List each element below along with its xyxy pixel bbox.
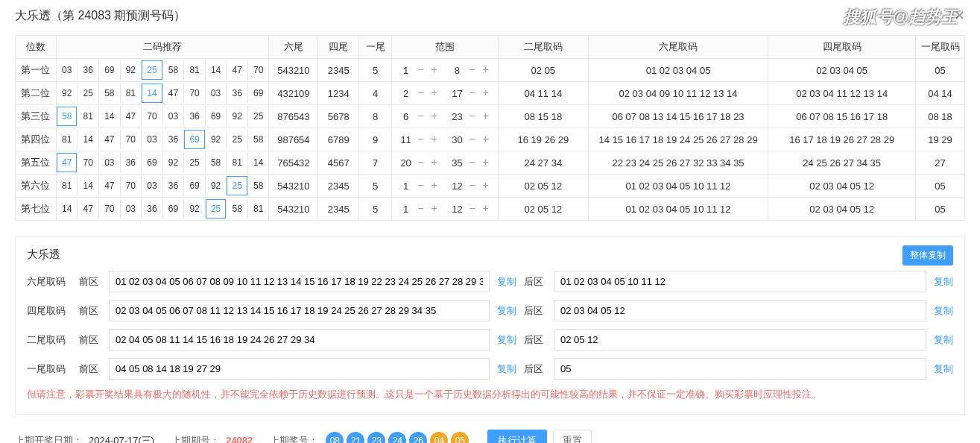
code-box[interactable]: 14: [78, 176, 99, 195]
minus-icon[interactable]: −: [465, 202, 478, 216]
code-box[interactable]: 92: [184, 199, 206, 219]
minus-icon[interactable]: −: [465, 133, 478, 146]
plus-icon[interactable]: +: [478, 110, 492, 123]
code-box[interactable]: 69: [142, 153, 163, 172]
back-input[interactable]: [554, 271, 926, 292]
code-box[interactable]: 58: [227, 199, 248, 219]
code-box[interactable]: 03: [57, 60, 78, 80]
code-box[interactable]: 03: [142, 130, 163, 149]
code-box[interactable]: 81: [248, 199, 269, 219]
code-box[interactable]: 36: [163, 176, 185, 195]
plus-icon[interactable]: +: [428, 63, 441, 77]
code-box[interactable]: 58: [206, 153, 227, 172]
front-input[interactable]: [109, 329, 490, 351]
code-box[interactable]: 36: [163, 130, 185, 149]
copy-button[interactable]: 复制: [497, 333, 516, 347]
front-input[interactable]: [109, 358, 490, 380]
code-box[interactable]: 69: [99, 60, 121, 80]
front-input[interactable]: [109, 271, 490, 292]
minus-icon[interactable]: −: [414, 179, 428, 192]
minus-icon[interactable]: −: [465, 63, 478, 77]
code-box[interactable]: 36: [121, 153, 142, 172]
code-box[interactable]: 25: [227, 130, 248, 149]
code-box[interactable]: 36: [184, 107, 206, 126]
reset-button[interactable]: 重置: [553, 430, 592, 443]
back-input[interactable]: [554, 329, 926, 351]
copy-button[interactable]: 复制: [497, 275, 516, 289]
code-box[interactable]: 14: [99, 107, 121, 126]
plus-icon[interactable]: +: [428, 179, 441, 192]
plus-icon[interactable]: +: [478, 63, 492, 77]
plus-icon[interactable]: +: [478, 202, 492, 216]
code-box[interactable]: 58: [248, 130, 269, 149]
minus-icon[interactable]: −: [465, 156, 478, 169]
code-box[interactable]: 47: [99, 176, 121, 195]
code-box[interactable]: 36: [142, 199, 163, 219]
code-box[interactable]: 14: [78, 130, 99, 149]
code-box[interactable]: 03: [206, 84, 227, 103]
plus-icon[interactable]: +: [478, 133, 492, 146]
code-box[interactable]: 70: [121, 130, 142, 149]
plus-icon[interactable]: +: [478, 87, 492, 100]
code-box[interactable]: 70: [78, 153, 99, 172]
code-box[interactable]: 81: [57, 130, 78, 149]
range-min-stepper[interactable]: 6−+: [398, 110, 441, 123]
code-box[interactable]: 81: [57, 176, 78, 195]
code-box[interactable]: 14: [142, 84, 163, 103]
range-max-stepper[interactable]: 12−+: [449, 202, 492, 216]
code-box[interactable]: 92: [57, 84, 78, 103]
plus-icon[interactable]: +: [478, 179, 492, 192]
plus-icon[interactable]: +: [428, 110, 441, 123]
copy-button[interactable]: 复制: [497, 362, 516, 376]
range-min-stepper[interactable]: 20−+: [398, 156, 441, 169]
minus-icon[interactable]: −: [414, 110, 428, 123]
minus-icon[interactable]: −: [465, 179, 478, 192]
range-max-stepper[interactable]: 30−+: [449, 133, 492, 146]
back-input[interactable]: [554, 358, 926, 380]
code-box[interactable]: 81: [184, 60, 206, 80]
code-box[interactable]: 69: [163, 199, 185, 219]
front-input[interactable]: [109, 300, 490, 321]
minus-icon[interactable]: −: [465, 110, 478, 123]
minus-icon[interactable]: −: [414, 202, 428, 216]
minus-icon[interactable]: −: [414, 133, 428, 146]
code-box[interactable]: 92: [206, 176, 227, 195]
plus-icon[interactable]: +: [428, 202, 441, 216]
code-box[interactable]: 92: [227, 107, 248, 126]
code-box[interactable]: 70: [99, 199, 121, 219]
code-box[interactable]: 70: [121, 176, 142, 195]
plus-icon[interactable]: +: [478, 156, 492, 169]
code-box[interactable]: 47: [163, 84, 185, 103]
plus-icon[interactable]: +: [428, 133, 441, 146]
code-box[interactable]: 69: [184, 176, 206, 195]
code-box[interactable]: 58: [99, 84, 121, 103]
range-max-stepper[interactable]: 23−+: [449, 110, 492, 123]
code-box[interactable]: 25: [78, 84, 99, 103]
code-box[interactable]: 03: [121, 199, 142, 219]
code-box[interactable]: 58: [163, 60, 185, 80]
code-box[interactable]: 14: [57, 199, 78, 219]
code-box[interactable]: 47: [57, 153, 78, 172]
code-box[interactable]: 47: [78, 199, 99, 219]
code-box[interactable]: 69: [184, 130, 206, 149]
minus-icon[interactable]: −: [414, 156, 428, 169]
code-box[interactable]: 03: [99, 153, 121, 172]
code-box[interactable]: 69: [248, 84, 269, 103]
range-max-stepper[interactable]: 17−+: [449, 87, 492, 100]
code-box[interactable]: 36: [227, 84, 248, 103]
range-min-stepper[interactable]: 2−+: [398, 87, 441, 100]
code-box[interactable]: 14: [248, 153, 269, 172]
code-box[interactable]: 25: [184, 153, 206, 172]
code-box[interactable]: 47: [227, 60, 248, 80]
range-max-stepper[interactable]: 8−+: [449, 63, 492, 77]
copy-button[interactable]: 复制: [497, 304, 516, 318]
code-box[interactable]: 92: [163, 153, 185, 172]
plus-icon[interactable]: +: [428, 87, 441, 100]
code-box[interactable]: 70: [184, 84, 206, 103]
copy-button[interactable]: 复制: [934, 362, 953, 376]
range-max-stepper[interactable]: 35−+: [449, 156, 492, 169]
code-box[interactable]: 81: [121, 84, 142, 103]
range-min-stepper[interactable]: 1−+: [398, 202, 441, 216]
plus-icon[interactable]: +: [428, 156, 441, 169]
range-min-stepper[interactable]: 1−+: [398, 63, 441, 77]
